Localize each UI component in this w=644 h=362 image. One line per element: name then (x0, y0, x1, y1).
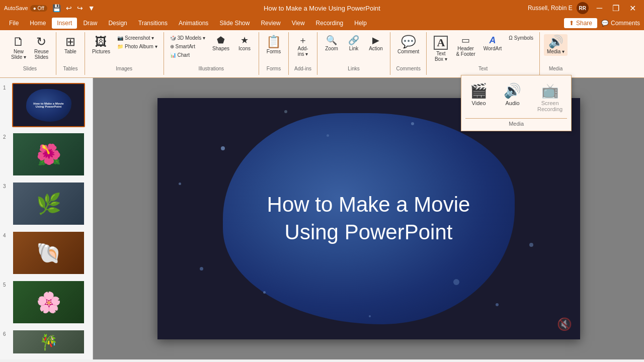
user-avatar[interactable]: RR (577, 2, 589, 14)
redo-button[interactable]: ↪ (75, 3, 85, 13)
slide-thumb-6[interactable]: 6 🎋 (2, 328, 91, 355)
reuse-slides-icon: ↻ (36, 36, 46, 48)
menu-draw[interactable]: Draw (78, 18, 102, 29)
slide-image-1[interactable]: How to Make a MovieUsing PowerPoint (12, 83, 85, 127)
ribbon-group-illustrations: 🎲 3D Models ▾ ⊕ SmartArt 📊 Chart ⬟ Shape… (164, 32, 260, 75)
slide-image-4[interactable]: 🐚 (12, 231, 85, 275)
menu-animations[interactable]: Animations (174, 18, 213, 29)
menu-design[interactable]: Design (103, 18, 132, 29)
slides-group-label: Slides (4, 64, 56, 73)
menu-view[interactable]: View (287, 18, 310, 29)
text-group-label: Text (427, 64, 539, 73)
restore-button[interactable]: ❐ (608, 3, 623, 14)
screen-recording-button[interactable]: 📺 Screen Recording (531, 79, 569, 115)
undo-button[interactable]: ↩ (64, 3, 74, 13)
slide-image-5[interactable]: 🌸 (12, 280, 85, 324)
audio-icon: 🔊 (504, 82, 521, 99)
menu-file[interactable]: File (4, 18, 24, 29)
slide-image-3[interactable]: 🌿 (12, 182, 85, 226)
screenshot-button[interactable]: 📷 Screenshot ▾ (115, 34, 159, 42)
photo-album-button[interactable]: 📁 Photo Album ▾ (115, 43, 159, 50)
slide-num-3: 3 (3, 184, 9, 189)
addins-label: Add-ins ▾ (297, 46, 308, 57)
textbox-button[interactable]: A TextBox ▾ (431, 34, 451, 63)
icons-button[interactable]: ★ Icons (234, 34, 255, 53)
minimize-button[interactable]: ─ (593, 3, 606, 14)
menu-review[interactable]: Review (256, 18, 285, 29)
video-button[interactable]: 🎬 Video (464, 79, 494, 115)
slide-image-6[interactable]: 🎋 (12, 329, 85, 354)
menu-right: ⬆ Share 💬 Comments (564, 18, 640, 28)
autosave-status: ● Off (33, 6, 44, 11)
link-button[interactable]: 🔗 Link (344, 34, 364, 53)
menu-home[interactable]: Home (25, 18, 51, 29)
header-footer-button[interactable]: ▭ Header& Footer (453, 34, 478, 58)
table-button[interactable]: ⊞ Table (60, 34, 80, 56)
3d-models-label: 3D Models ▾ (178, 35, 206, 41)
screen-recording-label: Screen Recording (537, 100, 562, 112)
wordart-button[interactable]: A WordArt (480, 34, 505, 53)
links-group-label: Links (317, 64, 390, 73)
slide-thumb-1[interactable]: 1 How to Make a MovieUsing PowerPoint (2, 82, 91, 128)
menu-transitions[interactable]: Transitions (133, 18, 173, 29)
speaker-icon[interactable]: 🔇 (557, 317, 572, 331)
slide-canvas[interactable]: How to Make a Movie Using PowerPoint 🔇 (157, 98, 580, 339)
close-button[interactable]: ✕ (625, 3, 640, 14)
shapes-button[interactable]: ⬟ Shapes (209, 34, 232, 53)
action-button[interactable]: ▶ Action (366, 34, 386, 53)
new-slide-icon: 🗋 (13, 36, 25, 48)
zoom-button[interactable]: 🔍 Zoom (321, 34, 342, 53)
slide-image-2[interactable]: 🌺 (12, 132, 85, 176)
slide-title-line2: Using PowerPoint (285, 220, 453, 244)
pictures-button[interactable]: 🖼 Pictures (89, 34, 113, 56)
screen-recording-icon: 📺 (541, 82, 559, 99)
save-button[interactable]: 💾 (50, 3, 63, 13)
media-button[interactable]: 🔊 Media ▾ (544, 34, 568, 56)
addins-group-label: Add-ins (289, 64, 317, 73)
slide-thumb-4[interactable]: 4 🐚 (2, 230, 91, 276)
slide4-shell-icon: 🐚 (36, 241, 61, 265)
forms-button[interactable]: 📋 Forms (263, 34, 284, 56)
symbols-button[interactable]: Ω Symbols (507, 34, 535, 42)
media-dropdown-row: 🎬 Video 🔊 Audio 📺 Screen Recording (464, 79, 569, 115)
share-icon: ⬆ (569, 20, 574, 27)
new-slide-label: NewSlide ▾ (11, 49, 26, 60)
share-button[interactable]: ⬆ Share (564, 18, 597, 28)
table-icon: ⊞ (65, 36, 75, 48)
header-footer-label: Header& Footer (456, 46, 475, 57)
shapes-label: Shapes (212, 46, 229, 51)
autosave-toggle[interactable]: ● Off (30, 5, 47, 12)
slide-thumb-3[interactable]: 3 🌿 (2, 180, 91, 227)
slide-panel[interactable]: 1 How to Make a MovieUsing PowerPoint 2 … (0, 78, 93, 359)
video-icon: 🎬 (470, 82, 488, 99)
3d-models-icon: 🎲 (170, 35, 176, 41)
title-bar-left: AutoSave ● Off 💾 ↩ ↪ ▼ (4, 3, 97, 13)
menu-recording[interactable]: Recording (311, 18, 349, 29)
ribbon-group-slides: 🗋 NewSlide ▾ ↻ ReuseSlides Slides (4, 32, 56, 75)
icons-label: Icons (238, 46, 251, 51)
screenshot-label: Screenshot ▾ (125, 35, 154, 41)
smartart-label: SmartArt (176, 44, 195, 49)
reuse-slides-label: ReuseSlides (34, 49, 49, 60)
slide1-title-text: How to Make a MovieUsing PowerPoint (33, 102, 63, 108)
new-slide-button[interactable]: 🗋 NewSlide ▾ (8, 34, 29, 61)
textbox-label: TextBox ▾ (435, 51, 447, 62)
smartart-button[interactable]: ⊕ SmartArt (168, 43, 208, 50)
title-bar-right: Russell, Robin E RR ─ ❐ ✕ (528, 2, 640, 14)
chart-button[interactable]: 📊 Chart (168, 51, 208, 59)
slide-title[interactable]: How to Make a Movie Using PowerPoint (243, 191, 495, 246)
slide-thumb-2[interactable]: 2 🌺 (2, 131, 91, 177)
audio-button[interactable]: 🔊 Audio (498, 79, 527, 115)
comment-button[interactable]: 💬 Comment (394, 34, 422, 56)
comments-button[interactable]: 💬 Comments (601, 18, 640, 28)
menu-insert[interactable]: Insert (52, 18, 77, 29)
slide6-bamboo-icon: 🎋 (39, 333, 58, 351)
menu-help[interactable]: Help (349, 18, 372, 29)
customize-button[interactable]: ▼ (86, 3, 97, 13)
slide-thumb-5[interactable]: 5 🌸 (2, 279, 91, 325)
addins-button[interactable]: ＋ Add-ins ▾ (293, 34, 313, 58)
3d-models-button[interactable]: 🎲 3D Models ▾ (168, 34, 208, 42)
user-name: Russell, Robin E (528, 5, 573, 12)
menu-slideshow[interactable]: Slide Show (214, 18, 255, 29)
reuse-slides-button[interactable]: ↻ ReuseSlides (31, 34, 52, 61)
